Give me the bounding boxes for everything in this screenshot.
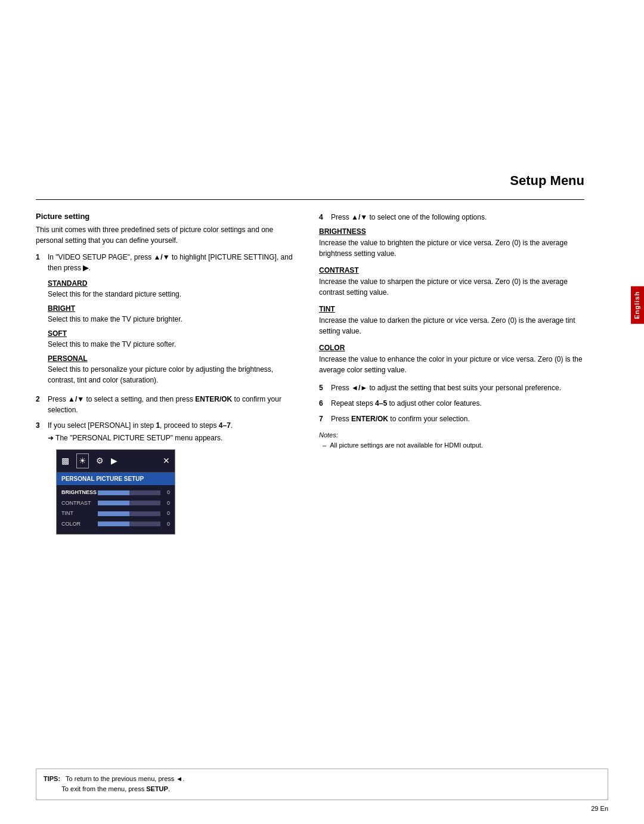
sub-item-personal: PERSONAL Select this to personalize your… bbox=[48, 353, 301, 385]
step-6-num: 6 bbox=[319, 398, 327, 409]
menu-row-tint: TINT 0 bbox=[61, 510, 170, 518]
right-item-color: COLOR Increase the value to enhance the … bbox=[319, 344, 584, 375]
section-heading: Picture setting bbox=[36, 212, 301, 221]
color-row-label: COLOR bbox=[61, 520, 94, 529]
notes-text-1: All picture settings are not available f… bbox=[330, 440, 483, 450]
brightness-row-label: BRIGHTNESS bbox=[61, 489, 94, 497]
color-bar-track bbox=[98, 521, 160, 526]
brightness-item-label: BRIGHTNESS bbox=[319, 227, 584, 236]
tint-row-val: 0 bbox=[164, 510, 170, 518]
english-tab: English bbox=[631, 286, 644, 324]
step-7-num: 7 bbox=[319, 413, 327, 424]
step-4: 4 Press ▲/▼ to select one of the followi… bbox=[319, 212, 584, 223]
bright-desc: Select this to make the TV picture brigh… bbox=[48, 314, 301, 325]
menu-icon-tv: ▩ bbox=[61, 455, 69, 467]
step-4-num: 4 bbox=[319, 212, 327, 223]
notes-dash: – bbox=[323, 440, 326, 450]
notes-item-1: – All picture settings are not available… bbox=[323, 440, 584, 450]
step-5-num: 5 bbox=[319, 382, 327, 393]
contrast-item-desc: Increase the value to sharpen the pictur… bbox=[319, 276, 584, 298]
page-title: Setup Menu bbox=[36, 173, 608, 189]
brightness-bar-fill bbox=[98, 490, 129, 495]
menu-row-color: COLOR 0 bbox=[61, 520, 170, 529]
step-5-content: Press ◄/► to adjust the setting that bes… bbox=[331, 382, 584, 393]
contrast-item-label: CONTRAST bbox=[319, 266, 584, 274]
tint-row-label: TINT bbox=[61, 510, 94, 518]
menu-row-brightness: BRIGHTNESS 0 bbox=[61, 489, 170, 497]
color-bar-fill bbox=[98, 521, 129, 526]
right-item-brightness: BRIGHTNESS Increase the value to brighte… bbox=[319, 227, 584, 259]
left-column: Picture setting This unit comes with thr… bbox=[36, 212, 301, 539]
step-2-num: 2 bbox=[36, 394, 44, 415]
step-6-content: Repeat steps 4–5 to adjust other color f… bbox=[331, 398, 584, 409]
right-column: 4 Press ▲/▼ to select one of the followi… bbox=[319, 212, 584, 539]
step-7-content: Press ENTER/OK to confirm your selection… bbox=[331, 413, 584, 424]
personal-label: PERSONAL bbox=[48, 353, 301, 364]
menu-icon-sun: ☀ bbox=[76, 453, 89, 468]
step-2-content: Press ▲/▼ to select a setting, and then … bbox=[48, 394, 301, 415]
step-7: 7 Press ENTER/OK to confirm your selecti… bbox=[319, 413, 584, 424]
contrast-row-val: 0 bbox=[164, 499, 170, 508]
two-column-layout: Picture setting This unit comes with thr… bbox=[36, 212, 584, 539]
menu-icons-row: ▩ ☀ ⚙ ▶ ✕ bbox=[57, 450, 175, 473]
color-item-label: COLOR bbox=[319, 344, 584, 352]
brightness-item-desc: Increase the value to brighten the pictu… bbox=[319, 237, 584, 259]
menu-body: BRIGHTNESS 0 CONTRAST bbox=[57, 485, 175, 534]
step-1-content: In "VIDEO SETUP PAGE", press ▲/▼ to high… bbox=[48, 252, 301, 389]
step-5: 5 Press ◄/► to adjust the setting that b… bbox=[319, 382, 584, 393]
menu-icon-settings: ⚙ bbox=[96, 455, 104, 467]
tint-bar-track bbox=[98, 511, 160, 516]
contrast-row-label: CONTRAST bbox=[61, 499, 94, 508]
section-intro: This unit comes with three predefined se… bbox=[36, 224, 301, 246]
tint-bar-fill bbox=[98, 511, 129, 516]
page-container: English Setup Menu Picture setting This … bbox=[0, 0, 644, 824]
step-3-num: 3 bbox=[36, 420, 44, 535]
tint-item-label: TINT bbox=[319, 305, 584, 313]
menu-icon-video: ▶ bbox=[111, 455, 117, 467]
page-number: 29 En bbox=[591, 805, 608, 812]
color-item-desc: Increase the value to enhance the color … bbox=[319, 354, 584, 375]
step-4-content: Press ▲/▼ to select one of the following… bbox=[331, 212, 584, 223]
sub-item-soft: SOFT Select this to make the TV picture … bbox=[48, 328, 301, 350]
notes-title: Notes: bbox=[319, 430, 584, 440]
standard-desc: Select this for the standard picture set… bbox=[48, 289, 301, 300]
tips-label: TIPS: bbox=[44, 775, 60, 782]
menu-title-bar: PERSONAL PICTURE SETUP bbox=[57, 473, 175, 485]
brightness-row-val: 0 bbox=[164, 489, 170, 497]
bright-label: BRIGHT bbox=[48, 303, 301, 314]
soft-label: SOFT bbox=[48, 328, 301, 339]
step-3: 3 If you select [PERSONAL] in step 1, pr… bbox=[36, 420, 301, 535]
personal-desc: Select this to personalize your picture … bbox=[48, 364, 301, 385]
soft-desc: Select this to make the TV picture softe… bbox=[48, 339, 301, 350]
menu-screenshot: ▩ ☀ ⚙ ▶ ✕ PERSONAL PICTURE SETUP BRIGHTN bbox=[56, 449, 175, 535]
standard-label: STANDARD bbox=[48, 278, 301, 289]
sub-item-bright: BRIGHT Select this to make the TV pictur… bbox=[48, 303, 301, 325]
right-item-contrast: CONTRAST Increase the value to sharpen t… bbox=[319, 266, 584, 298]
step-1: 1 In "VIDEO SETUP PAGE", press ▲/▼ to hi… bbox=[36, 252, 301, 389]
menu-icon-close: ✕ bbox=[163, 455, 170, 467]
menu-row-contrast: CONTRAST 0 bbox=[61, 499, 170, 508]
color-row-val: 0 bbox=[164, 520, 170, 529]
step-2: 2 Press ▲/▼ to select a setting, and the… bbox=[36, 394, 301, 415]
brightness-bar-track bbox=[98, 490, 160, 495]
sub-item-standard: STANDARD Select this for the standard pi… bbox=[48, 278, 301, 300]
contrast-bar-fill bbox=[98, 501, 129, 505]
tint-item-desc: Increase the value to darken the picture… bbox=[319, 315, 584, 337]
step-6: 6 Repeat steps 4–5 to adjust other color… bbox=[319, 398, 584, 409]
right-item-tint: TINT Increase the value to darken the pi… bbox=[319, 305, 584, 337]
step-3-content: If you select [PERSONAL] in step 1, proc… bbox=[48, 420, 301, 535]
main-content: Setup Menu Picture setting This unit com… bbox=[0, 0, 644, 563]
contrast-bar-track bbox=[98, 501, 160, 505]
tips-footer: TIPS: To return to the previous menu, pr… bbox=[36, 769, 608, 800]
title-divider bbox=[36, 199, 584, 200]
step-1-num: 1 bbox=[36, 252, 44, 389]
notes-section: Notes: – All picture settings are not av… bbox=[319, 430, 584, 450]
